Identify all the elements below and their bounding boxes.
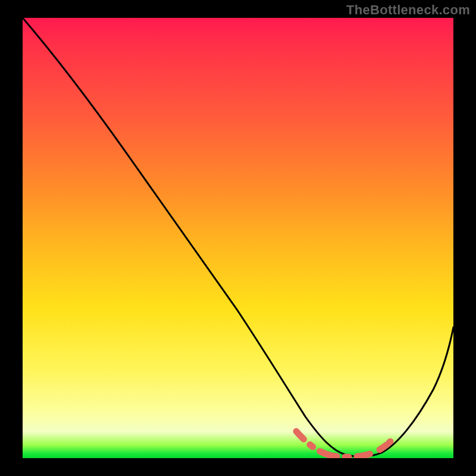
bottleneck-curve (23, 18, 453, 457)
chart-frame: TheBottleneck.com (0, 0, 476, 476)
curve-layer (23, 18, 453, 458)
watermark-label: TheBottleneck.com (346, 2, 470, 18)
plot-area (23, 18, 453, 458)
